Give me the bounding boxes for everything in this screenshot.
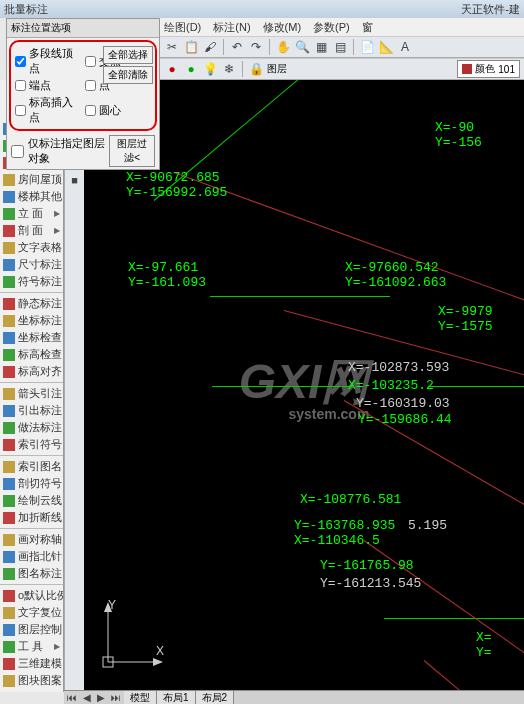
sidebar-item[interactable]: 做法标注 [0,419,63,436]
sidebar-item[interactable]: 工 具▶ [0,638,63,655]
layer-icon[interactable]: ● [164,61,180,77]
option-checkbox[interactable] [85,56,96,67]
sidebar-item-icon [3,439,15,451]
sidebar-item[interactable]: 图块图案▶ [0,672,63,689]
tab-nav-next[interactable]: ▶ [94,692,108,703]
option-checkbox[interactable] [15,56,26,67]
sidebar-item-label: 三维建模 [18,656,62,671]
sidebar-item[interactable]: 引出标注 [0,402,63,419]
sidebar-item[interactable]: 加折断线 [0,509,63,526]
sidebar-item[interactable]: 画指北针 [0,548,63,565]
toolbar-main: ✂ 📋 🖌 ↶ ↷ ✋ 🔍 ▦ ▤ 📄 📐 A [160,36,524,58]
pan-icon[interactable]: ✋ [275,39,291,55]
sidebar-item[interactable]: 剖切符号 [0,475,63,492]
chevron-right-icon: ▶ [54,226,60,235]
sidebar-item[interactable]: o默认比例▶ [0,587,63,604]
tab-layout2[interactable]: 布局2 [196,691,235,705]
sidebar-item[interactable]: 符号标注▶ [0,273,63,290]
sidebar-item[interactable]: 索引符号 [0,436,63,453]
tool-icon[interactable]: 📐 [378,39,394,55]
option-2[interactable]: 端点 [15,78,81,93]
tool-icon[interactable]: A [397,39,413,55]
option-5[interactable]: 圆心 [85,95,151,125]
sidebar-item[interactable]: 箭头引注 [0,385,63,402]
layer-filter-button[interactable]: 图层过滤< [109,135,155,167]
option-checkbox[interactable] [15,105,26,116]
zoom-icon[interactable]: 🔍 [294,39,310,55]
tool-icon[interactable]: 📄 [359,39,375,55]
coordinate-label: X=-90672.685Y=-156992.695 [126,170,227,200]
tab-layout1[interactable]: 布局1 [157,691,196,705]
tool-icon[interactable]: ▦ [313,39,329,55]
color-combo[interactable]: 颜色 101 [457,60,520,78]
sidebar-item[interactable]: 静态标注 [0,295,63,312]
sidebar-item-label: 引出标注 [18,403,62,418]
tool-icon[interactable]: ▤ [332,39,348,55]
sidebar-item[interactable]: 图名标注 [0,565,63,582]
undo-icon[interactable]: ↶ [229,39,245,55]
sidebar-item[interactable]: 尺寸标注▶ [0,256,63,273]
layer-icon[interactable]: 🔒 [248,61,264,77]
tool-icon[interactable]: ✂ [164,39,180,55]
menu-window[interactable]: 窗 [362,20,373,35]
option-4[interactable]: 标高插入点 [15,95,81,125]
option-checkbox[interactable] [85,80,96,91]
tool-icon[interactable]: 🖌 [202,39,218,55]
sidebar-item[interactable]: 文件布图▶ [0,689,63,692]
option-0[interactable]: 多段线顶点 [15,46,81,76]
layer-icon[interactable]: 💡 [202,61,218,77]
sidebar-item-icon [3,624,15,636]
menu-dimension[interactable]: 标注(N) [213,20,250,35]
coordinate-label: X=-108776.581 [300,492,401,507]
redo-icon[interactable]: ↷ [248,39,264,55]
coordinate-label: Y=-161765.98 [320,558,414,573]
option-checkbox[interactable] [15,80,26,91]
clear-all-button[interactable]: 全部清除 [103,66,153,84]
menu-param[interactable]: 参数(P) [313,20,350,35]
sidebar-item[interactable]: 坐标标注 [0,312,63,329]
sidebar-item-icon [3,692,15,693]
sidebar-item[interactable]: 三维建模▶ [0,655,63,672]
tab-nav-last[interactable]: ⏭ [108,692,124,703]
menu-modify[interactable]: 修改(M) [263,20,302,35]
sidebar-item[interactable]: 楼梯其他▶ [0,188,63,205]
sidebar-item-icon [3,276,15,288]
coordinate-label: 5.195 [408,518,447,533]
sidebar-item-icon [3,658,15,670]
sidebar-item[interactable]: 房间屋顶▶ [0,171,63,188]
sidebar-item[interactable]: 绘制云线 [0,492,63,509]
layer-icon[interactable]: ❄ [221,61,237,77]
sidebar-item[interactable]: 文字复位▶ [0,604,63,621]
layer-only-checkbox[interactable] [11,145,24,158]
tool-icon[interactable]: 📋 [183,39,199,55]
option-label: 圆心 [99,103,121,118]
sidebar-item[interactable]: 坐标检查 [0,329,63,346]
sidebar-item[interactable]: 图层控制▶ [0,621,63,638]
layout-tabs: ⏮ ◀ ▶ ⏭ 模型 布局1 布局2 [64,690,524,704]
drawing-line-green [212,386,352,387]
tab-model[interactable]: 模型 [124,691,157,705]
sidebar-item-label: 做法标注 [18,420,62,435]
menu-draw[interactable]: 绘图(D) [164,20,201,35]
drawing-line-green [429,386,524,387]
sidebar-item-icon [3,349,15,361]
sidebar-item-label: 文件布图 [18,690,62,692]
option-checkbox[interactable] [85,105,96,116]
vtool-icon[interactable]: ■ [67,172,83,188]
sidebar-item-label: 箭头引注 [18,386,62,401]
tab-nav-prev[interactable]: ◀ [80,692,94,703]
sidebar-item-icon [3,366,15,378]
sidebar-item-icon [3,259,15,271]
select-all-button[interactable]: 全部选择 [103,46,153,64]
sidebar-item[interactable]: 标高检查 [0,346,63,363]
sidebar-item[interactable]: 标高对齐 [0,363,63,380]
sidebar-item[interactable]: 立 面▶ [0,205,63,222]
sidebar-item[interactable]: 剖 面▶ [0,222,63,239]
tab-nav-first[interactable]: ⏮ [64,692,80,703]
layer-icon[interactable]: ● [183,61,199,77]
sidebar-item-icon [3,641,15,653]
sidebar-item[interactable]: 画对称轴 [0,531,63,548]
sidebar-item[interactable]: 文字表格▶ [0,239,63,256]
drawing-canvas[interactable]: GXI网 system.com Y X X=-90Y=-156X=-90672.… [84,80,524,692]
sidebar-item[interactable]: 索引图名 [0,458,63,475]
